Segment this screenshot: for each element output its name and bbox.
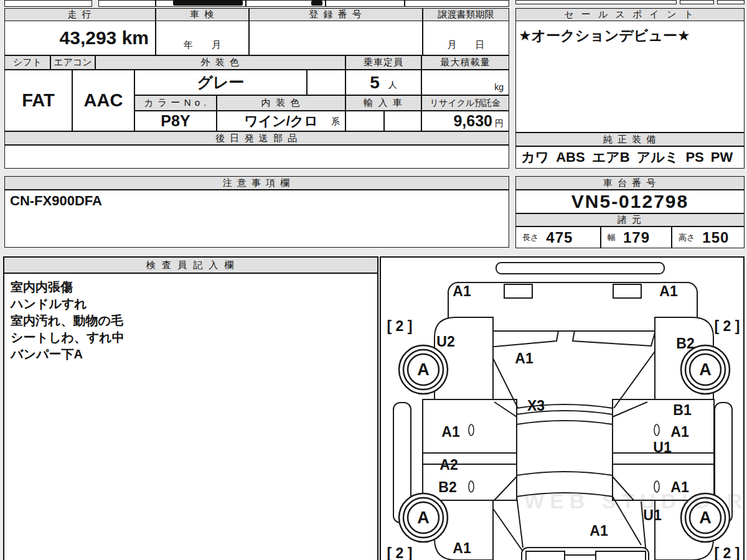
top-remnant-cell: [515, 0, 677, 4]
exterior-color-header-label: 外 装 色: [200, 57, 240, 68]
chassis-no-header-label: 車 台 番 号: [603, 177, 657, 189]
damage-code-label: [ 2 ]: [387, 318, 413, 334]
spec-height-label: 高さ: [679, 232, 695, 243]
capacity-header-label: 乗車定員: [364, 57, 403, 68]
mileage-header: 走 行: [4, 8, 156, 21]
damage-code-label: A1: [670, 424, 689, 440]
import-header-label: 輸 入 車: [364, 97, 403, 109]
registration-header-label: 登 録 番 号: [309, 9, 363, 21]
shaken-header: 車 検: [156, 8, 249, 21]
damage-code-label: B2: [438, 479, 456, 495]
exterior-color-value: グレー: [197, 72, 244, 93]
color-no-header-label: カ ラ ー N o .: [144, 97, 207, 109]
damage-code-label: A1: [659, 283, 678, 299]
top-remnant-cell: [717, 0, 745, 4]
later-parts-value-cell: [4, 145, 509, 169]
equipment-value-cell: カワ ABS エアB アルミ PS PW: [515, 146, 745, 169]
damage-code-label: A1: [515, 350, 533, 366]
damage-code-label: A1: [453, 540, 471, 556]
interior-color-header: 内 装 色: [217, 95, 345, 111]
interior-color-value-cell: ワイン/クロ 系: [217, 111, 345, 131]
capacity-value-cell: 5 人: [345, 70, 421, 95]
registration-header: 登 録 番 号: [249, 8, 423, 21]
left-molding: [423, 453, 517, 464]
cutoff-text-fragment: [311, 1, 322, 6]
later-parts-header-label: 後 日 発 送 部 品: [215, 133, 298, 144]
notes-header: 注 意 事 項 欄: [4, 176, 509, 190]
damage-code-label: A2: [439, 457, 458, 473]
color-no-value: P8Y: [161, 112, 190, 130]
transfer-deadline-value-cell: 月 日: [423, 21, 509, 55]
inspector-line: 室内汚れ、動物の毛: [11, 312, 371, 329]
spec-length-label: 長さ: [522, 232, 538, 243]
import-header: 輸 入 車: [345, 95, 421, 111]
capacity-value: 5: [370, 73, 380, 93]
rear-plate-right: [596, 551, 646, 560]
roof-strip: [496, 263, 664, 274]
shaken-value-cell: 年 月: [156, 21, 249, 55]
capacity-unit: 人: [388, 80, 397, 91]
transfer-deadline-header-label: 譲渡書類期限: [438, 9, 494, 21]
chassis-no-header: 車 台 番 号: [515, 176, 745, 190]
sales-point-header: セ ー ル ス ポ イ ン ト: [515, 8, 745, 21]
damage-code-label: B2: [676, 335, 694, 352]
exterior-color-empty-cell: [307, 70, 345, 95]
door-handle: [469, 424, 474, 436]
door-handle: [469, 481, 474, 492]
specs-header-label: 諸 元: [618, 214, 642, 226]
equipment-header: 純 正 装 備: [515, 133, 745, 146]
inspector-line: ハンドルすれ: [11, 296, 371, 312]
aircon-header: エアコン: [50, 55, 95, 70]
chassis-no-value: VN5-012798: [571, 191, 688, 212]
notes-header-label: 注 意 事 項 欄: [223, 177, 291, 189]
front-plate-right: [613, 284, 641, 298]
recycle-fee-header-label: リサイクル預託金: [430, 98, 501, 109]
cutoff-text-fragment: [173, 0, 243, 6]
interior-color-header-label: 内 装 色: [261, 97, 301, 109]
spec-length-cell: 長さ 475: [515, 226, 601, 248]
damage-code-label: A1: [590, 523, 608, 539]
interior-color-suffix: 系: [331, 116, 340, 128]
recycle-fee-unit: 円: [495, 118, 504, 129]
maxload-header-label: 最大積載量: [441, 57, 491, 68]
shift-header-label: シフト: [13, 57, 42, 68]
inspector-header-label: 検 査 員 記 入 欄: [146, 259, 236, 271]
wheel-grade-label: A: [417, 508, 430, 527]
aircon-value-cell: AAC: [72, 70, 134, 131]
top-remnant-cell: [326, 0, 405, 7]
spec-length-value: 475: [546, 229, 573, 246]
spec-height-cell: 高さ 150: [672, 226, 745, 248]
mileage-value: 43,293 km: [60, 27, 149, 49]
door-handle: [654, 424, 659, 436]
spec-width-value: 179: [623, 229, 650, 246]
maxload-unit: kg: [494, 82, 504, 92]
chassis-no-value-cell: VN5-012798: [515, 190, 745, 213]
exterior-color-value-cell: グレー: [134, 70, 307, 95]
inspector-line: バンパー下A: [11, 346, 371, 363]
sales-point-value: ★オークションデビュー★: [519, 26, 690, 45]
specs-header: 諸 元: [515, 213, 745, 226]
damage-code-label: U1: [653, 439, 672, 455]
damage-code-label: [ 2 ]: [715, 545, 740, 560]
color-no-value-cell: P8Y: [134, 111, 217, 131]
car-outline-svg: A1 A1 [ 2 ] [ 2 ] U2 B2 A1 A A X3 B1 A1 …: [381, 258, 743, 560]
shift-header: シフト: [4, 55, 50, 70]
damage-diagram-box: WEB STUDIO R: [380, 256, 745, 560]
interior-color-value: ワイン/クロ: [244, 112, 318, 131]
mileage-value-cell: 43,293 km: [4, 21, 156, 55]
exterior-color-header: 外 装 色: [95, 55, 345, 70]
registration-value-cell: [249, 21, 423, 55]
shift-value: FAT: [22, 90, 55, 111]
car-body-lines: [473, 313, 667, 555]
maxload-value-cell: kg: [421, 70, 509, 95]
spec-width-cell: 幅 179: [601, 226, 672, 248]
damage-code-label: [ 2 ]: [715, 318, 740, 334]
front-plate-left: [504, 284, 532, 298]
import-value-cell-1: [345, 111, 384, 131]
transfer-deadline-value: 月 日: [448, 39, 485, 51]
rear-bumper-group: [522, 548, 649, 560]
damage-code-label: X3: [527, 398, 545, 414]
later-parts-header: 後 日 発 送 部 品: [4, 131, 509, 145]
shift-value-cell: FAT: [4, 70, 72, 131]
color-no-header: カ ラ ー N o .: [134, 95, 217, 111]
